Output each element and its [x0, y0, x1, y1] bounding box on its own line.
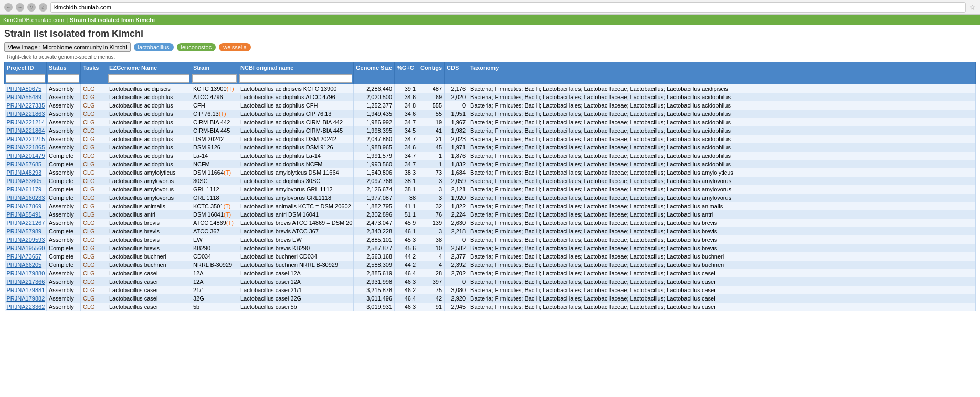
- clg-link-cell[interactable]: CLG: [81, 143, 107, 152]
- th-ezgenome-name[interactable]: EZGenome Name: [107, 62, 191, 73]
- clg-link-cell[interactable]: CLG: [81, 110, 107, 118]
- project-id-cell[interactable]: PRJNA73657: [5, 252, 47, 261]
- data-cell: Lactobacillus acidophilus: [107, 93, 191, 101]
- clg-link-cell[interactable]: CLG: [81, 219, 107, 227]
- project-id-cell[interactable]: PRJNA179881: [5, 286, 47, 294]
- project-id-cell[interactable]: PRJNA179880: [5, 269, 47, 277]
- numeric-cell: 0: [445, 101, 468, 110]
- project-id-cell[interactable]: PRJNA63605: [5, 177, 47, 185]
- filter-strain[interactable]: [192, 74, 237, 83]
- clg-link-cell[interactable]: CLG: [81, 244, 107, 252]
- clg-link-cell[interactable]: CLG: [81, 210, 107, 219]
- address-bar[interactable]: [50, 2, 966, 13]
- project-id-cell[interactable]: PRJNA57989: [5, 227, 47, 235]
- project-id-cell[interactable]: PRJNA66205: [5, 261, 47, 269]
- tag-leuconostoc-button[interactable]: leuconostoc: [177, 43, 216, 51]
- clg-link-cell[interactable]: CLG: [81, 261, 107, 269]
- th-ncbi-name[interactable]: NCBI original name: [238, 62, 354, 73]
- table-row: PRJNA223362AssemblyCLGLactobacillus case…: [5, 303, 976, 311]
- data-cell: Assembly: [47, 135, 81, 143]
- data-cell: Bacteria; Firmicutes; Bacilli; Lactobaci…: [468, 160, 976, 168]
- clg-link-cell[interactable]: CLG: [81, 168, 107, 177]
- project-id-cell[interactable]: PRJNA221214: [5, 118, 47, 126]
- filter-project-id[interactable]: [6, 74, 45, 83]
- project-id-cell[interactable]: PRJNA55489: [5, 93, 47, 101]
- data-cell: Assembly: [47, 93, 81, 101]
- clg-link-cell[interactable]: CLG: [81, 235, 107, 244]
- numeric-cell: 2,702: [445, 269, 468, 277]
- th-genome-size[interactable]: Genome Size: [354, 62, 395, 73]
- th-tasks[interactable]: Tasks: [81, 62, 107, 73]
- numeric-cell: 3,215,878: [354, 286, 395, 294]
- data-cell: Assembly: [47, 168, 81, 177]
- clg-link-cell[interactable]: CLG: [81, 152, 107, 160]
- th-contigs[interactable]: Contigs: [418, 62, 445, 73]
- numeric-cell: 34.8: [395, 101, 418, 110]
- clg-link-cell[interactable]: CLG: [81, 227, 107, 235]
- view-image-button[interactable]: View image : Microbiome community in Kim…: [4, 42, 131, 52]
- numeric-cell: 45.3: [395, 235, 418, 244]
- project-id-cell[interactable]: PRJNA223362: [5, 303, 47, 311]
- clg-link-cell[interactable]: CLG: [81, 185, 107, 194]
- clg-link-cell[interactable]: CLG: [81, 160, 107, 168]
- back-button[interactable]: ←: [4, 3, 13, 12]
- th-taxonomy[interactable]: Taxonomy: [468, 62, 976, 73]
- project-id-cell[interactable]: PRJNA67869: [5, 202, 47, 210]
- filter-ezgenome[interactable]: [108, 74, 189, 83]
- reload-button[interactable]: ↻: [27, 3, 36, 12]
- clg-link-cell[interactable]: CLG: [81, 269, 107, 277]
- clg-link-cell[interactable]: CLG: [81, 252, 107, 261]
- project-id-cell[interactable]: PRJNA221215: [5, 135, 47, 143]
- data-cell: Bacteria; Firmicutes; Bacilli; Lactobaci…: [468, 126, 976, 135]
- tag-weissella-button[interactable]: weissella: [219, 43, 251, 51]
- clg-link-cell[interactable]: CLG: [81, 202, 107, 210]
- project-id-cell[interactable]: PRJNA217366: [5, 277, 47, 286]
- breadcrumb-home[interactable]: KimChiDB.chunlab.com: [3, 17, 64, 23]
- th-gc[interactable]: %G+C: [395, 62, 418, 73]
- project-id-cell[interactable]: PRJNA195560: [5, 244, 47, 252]
- clg-link-cell[interactable]: CLG: [81, 135, 107, 143]
- clg-link-cell[interactable]: CLG: [81, 277, 107, 286]
- project-id-cell[interactable]: PRJNA80675: [5, 84, 47, 93]
- numeric-cell: 1,832: [445, 160, 468, 168]
- clg-link-cell[interactable]: CLG: [81, 101, 107, 110]
- clg-link-cell[interactable]: CLG: [81, 177, 107, 185]
- project-id-cell[interactable]: PRJNA48293: [5, 168, 47, 177]
- forward-button[interactable]: →: [16, 3, 24, 12]
- numeric-cell: 3,011,496: [354, 294, 395, 303]
- project-id-cell[interactable]: PRJNA160233: [5, 194, 47, 202]
- project-id-cell[interactable]: PRJNA57685: [5, 160, 47, 168]
- project-id-cell[interactable]: PRJNA221864: [5, 126, 47, 135]
- project-id-cell[interactable]: PRJNA179882: [5, 294, 47, 303]
- data-cell: Assembly: [47, 118, 81, 126]
- th-cds[interactable]: CDS: [445, 62, 468, 73]
- filter-ncbi[interactable]: [239, 74, 352, 83]
- clg-link-cell[interactable]: CLG: [81, 286, 107, 294]
- clg-link-cell[interactable]: CLG: [81, 84, 107, 93]
- th-strain[interactable]: Strain: [191, 62, 238, 73]
- project-id-cell[interactable]: PRJNA201479: [5, 152, 47, 160]
- data-cell: Lactobacillus buchneri CD034: [238, 252, 354, 261]
- project-id-cell[interactable]: PRJNA227335: [5, 101, 47, 110]
- project-id-cell[interactable]: PRJNA209593: [5, 235, 47, 244]
- strain-cell: KCTC 3501(T): [191, 202, 238, 210]
- project-id-cell[interactable]: PRJNA221863: [5, 110, 47, 118]
- filter-status[interactable]: [48, 74, 79, 83]
- clg-link-cell[interactable]: CLG: [81, 93, 107, 101]
- data-cell: Lactobacillus amylovorus: [107, 194, 191, 202]
- clg-link-cell[interactable]: CLG: [81, 294, 107, 303]
- tag-lactobacillus-button[interactable]: lactobacillus: [134, 43, 174, 51]
- clg-link-cell[interactable]: CLG: [81, 126, 107, 135]
- clg-link-cell[interactable]: CLG: [81, 118, 107, 126]
- project-id-cell[interactable]: PRJNA55491: [5, 210, 47, 219]
- clg-link-cell[interactable]: CLG: [81, 194, 107, 202]
- project-id-cell[interactable]: PRJNA61179: [5, 185, 47, 194]
- th-project-id[interactable]: Project ID: [5, 62, 47, 73]
- clg-link-cell[interactable]: CLG: [81, 303, 107, 311]
- project-id-cell[interactable]: PRJNA221267: [5, 219, 47, 227]
- numeric-cell: 2,931,998: [354, 277, 395, 286]
- home-button[interactable]: ⌂: [39, 3, 47, 12]
- project-id-cell[interactable]: PRJNA221865: [5, 143, 47, 152]
- numeric-cell: 2,582: [445, 244, 468, 252]
- th-status[interactable]: Status: [47, 62, 81, 73]
